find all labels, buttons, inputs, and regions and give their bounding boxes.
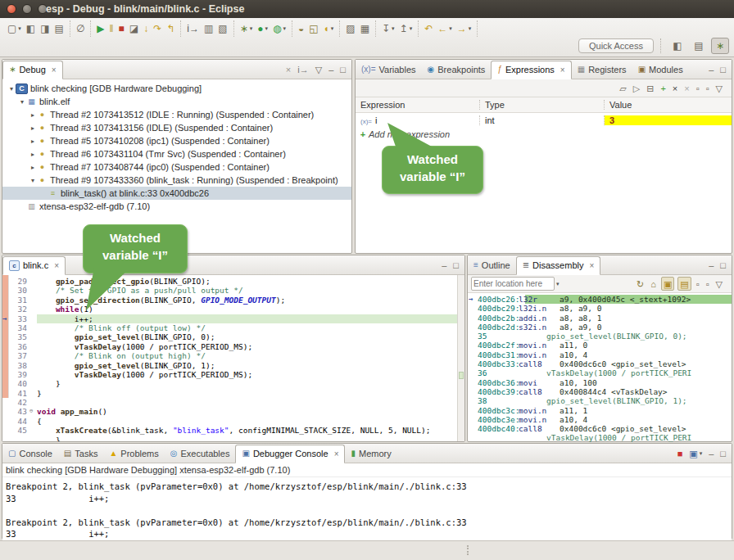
maximize-button[interactable]: □ bbox=[718, 62, 727, 76]
maximize-button[interactable]: □ bbox=[338, 62, 347, 76]
tab-executables[interactable]: ◎Executables bbox=[165, 445, 236, 463]
debug-tree-item[interactable]: ▸●Thread #6 1073431104 (Tmr Svc) (Suspen… bbox=[2, 147, 351, 160]
code-line[interactable]: 30 /* Set the GPIO as a push/pull output… bbox=[9, 286, 457, 295]
minimize-button[interactable]: – bbox=[707, 62, 715, 76]
skip-all-breakpoints-button[interactable]: ∅ bbox=[75, 21, 86, 36]
open-perspective-button[interactable]: ◧ bbox=[668, 38, 686, 54]
new-view-button[interactable]: ▫ bbox=[695, 81, 701, 95]
line-number[interactable]: 42 bbox=[9, 398, 29, 407]
show-debug-columns-button[interactable]: ▥ bbox=[202, 21, 215, 36]
debug-tree-item[interactable]: ▸●Thread #3 1073413156 (IDLE) (Suspended… bbox=[2, 121, 351, 134]
line-number[interactable]: 43 bbox=[9, 407, 29, 416]
sync-with-stack-button[interactable]: ▣ bbox=[661, 277, 674, 291]
disconnect-button[interactable]: ◪ bbox=[128, 21, 140, 36]
column-header-type[interactable]: Type bbox=[480, 100, 605, 110]
code-line[interactable]: } bbox=[9, 436, 457, 441]
new-view-button[interactable]: ▫ bbox=[695, 277, 701, 291]
cpp-perspective-button[interactable]: ▤ bbox=[690, 38, 708, 54]
view-menu-button[interactable]: ▽ bbox=[714, 81, 724, 95]
expand-twisty-icon[interactable]: ▸ bbox=[29, 151, 37, 158]
step-over-button[interactable]: ↷ bbox=[152, 21, 163, 36]
open-element-button[interactable]: ◱ bbox=[307, 21, 319, 36]
disassembly-line[interactable]: 36vTaskDelay(1000 / portTICK_PERI bbox=[468, 368, 732, 377]
code-line[interactable]: 44{ bbox=[9, 417, 457, 426]
tab-breakpoints[interactable]: ◉Breakpoints bbox=[422, 61, 492, 79]
last-edit-location-button[interactable]: ↶ bbox=[423, 21, 434, 36]
maximize-button[interactable]: □ bbox=[718, 258, 727, 272]
tab-variables[interactable]: (x)=Variables bbox=[356, 61, 422, 79]
line-number[interactable]: 34 bbox=[9, 323, 29, 332]
minimize-button[interactable]: – bbox=[327, 62, 335, 76]
tab-registers[interactable]: ▦Registers bbox=[572, 61, 632, 79]
tab-modules[interactable]: ▣Modules bbox=[632, 61, 689, 79]
step-into-button[interactable]: ↓ bbox=[142, 21, 150, 36]
collapse-twisty-icon[interactable]: ▾ bbox=[18, 98, 26, 106]
code-line[interactable]: 41} bbox=[9, 389, 457, 398]
disassembly-line[interactable]: 400dbc3c:movi.na11, 1 bbox=[468, 406, 732, 415]
line-number[interactable]: 36 bbox=[9, 342, 29, 351]
pin-editor-button[interactable]: ↧▾ bbox=[380, 21, 396, 36]
run-dropdown[interactable]: ▾ bbox=[265, 25, 268, 32]
code-line[interactable]: 45 xTaskCreate(&blink_task, "blink_task"… bbox=[9, 426, 457, 435]
add-expression-button[interactable]: + bbox=[659, 81, 667, 95]
line-number[interactable] bbox=[9, 436, 29, 441]
new-wizard-button[interactable]: ▢▾ bbox=[6, 21, 23, 36]
disassembly-line[interactable]: 400dbc2b:addi.na8, a8, 1 bbox=[468, 314, 732, 323]
disassembly-line[interactable]: →400dbc26:l32ra9, 0x400d045c <_stext+109… bbox=[468, 295, 732, 304]
debug-tree-item[interactable]: ▸●Thread #2 1073413512 (IDLE : Running) … bbox=[2, 108, 351, 121]
code-line[interactable]: 35 gpio_set_level(BLINK_GPIO, 0); bbox=[9, 332, 457, 341]
debug-tree-item[interactable]: ▸●Thread #5 1073410208 (ipc1) (Suspended… bbox=[2, 134, 351, 147]
remove-all-terminated-button[interactable]: × bbox=[284, 62, 292, 76]
tab-debug[interactable]: ∗Debug× bbox=[2, 61, 63, 79]
code-line[interactable]: 37 /* Blink on (output high) */ bbox=[9, 351, 457, 360]
forward-history-button[interactable]: →▾ bbox=[455, 21, 473, 36]
run-button[interactable]: ●▾ bbox=[256, 21, 270, 36]
tab-disassembly[interactable]: ≣Disassembly× bbox=[516, 256, 601, 275]
show-source-button[interactable]: ▤ bbox=[677, 277, 691, 291]
tab-console[interactable]: ▢Console bbox=[2, 445, 58, 463]
line-number[interactable]: 39 bbox=[9, 370, 29, 379]
trace-control-button[interactable]: ▧ bbox=[216, 21, 229, 36]
debug-tree-item[interactable]: ▾Cblink checking [GDB Hardware Debugging… bbox=[2, 82, 351, 95]
code-line[interactable]: 32 while(1) bbox=[9, 305, 457, 314]
disassembly-line[interactable]: 400dbc2f:movi.na11, 0 bbox=[468, 341, 732, 350]
column-header-value[interactable]: Value bbox=[605, 100, 732, 110]
quick-access-button[interactable]: Quick Access bbox=[578, 38, 654, 53]
remove-all-expressions-button[interactable]: × bbox=[682, 81, 691, 95]
line-number[interactable]: 45 bbox=[9, 426, 29, 435]
remove-expression-button[interactable]: × bbox=[671, 81, 679, 95]
debug-tree-item[interactable]: ≡blink_task() at blink.c:33 0x400dbc26 bbox=[2, 187, 351, 200]
code-line[interactable]: 39 vTaskDelay(1000 / portTICK_PERIOD_MS)… bbox=[9, 370, 457, 379]
tab-outline[interactable]: ≡Outline bbox=[468, 256, 516, 274]
suspend-button[interactable]: ‖ bbox=[108, 21, 116, 36]
disassembly-line[interactable]: vTaskDelay(1000 / portTICK_PERI bbox=[468, 433, 732, 442]
overview-ruler[interactable] bbox=[457, 275, 464, 441]
code-line[interactable]: →33 i++; bbox=[9, 314, 457, 323]
debug-tree-item[interactable]: ▥xtensa-esp32-elf-gdb (7.10) bbox=[2, 200, 351, 213]
line-number[interactable]: 31 bbox=[9, 296, 29, 305]
open-console-button[interactable]: ▦ bbox=[359, 21, 371, 36]
close-icon[interactable]: × bbox=[589, 261, 594, 270]
line-number[interactable]: 29 bbox=[9, 277, 29, 286]
pin-editor-dropdown[interactable]: ▾ bbox=[392, 25, 395, 32]
disassembly-line[interactable]: 400dbc39:call80x400844c4 <vTaskDelay> bbox=[468, 387, 732, 396]
code-line[interactable]: 29 gpio_pad_select_gpio(BLINK_GPIO); bbox=[9, 277, 457, 286]
instruction-stepping-button[interactable]: i→ bbox=[185, 21, 201, 36]
tab-blink-c[interactable]: cblink.c× bbox=[2, 256, 66, 275]
save-all-button[interactable]: ◨ bbox=[39, 21, 51, 36]
open-new-view-button[interactable]: ▫ bbox=[705, 81, 711, 95]
show-type-names-button[interactable]: ▱ bbox=[618, 81, 628, 95]
display-selected-console-dropdown[interactable]: ▾ bbox=[700, 450, 703, 457]
debug-perspective-button[interactable]: ∗ bbox=[711, 38, 729, 54]
expand-twisty-icon[interactable]: ▸ bbox=[29, 164, 37, 171]
disassembly-line[interactable]: 400dbc40:call80x400dc6c0 <gpio_set_level… bbox=[468, 424, 732, 433]
code-line[interactable]: 34 /* Blink off (output low) */ bbox=[9, 323, 457, 332]
step-return-button[interactable]: ↰ bbox=[165, 21, 176, 36]
minimize-button[interactable]: – bbox=[707, 258, 715, 272]
search-button[interactable]: ◖▾ bbox=[322, 21, 336, 36]
line-number[interactable]: 41 bbox=[9, 389, 29, 398]
disassembly-line[interactable]: 400dbc29:l32i.na8, a9, 0 bbox=[468, 304, 732, 313]
back-history-dropdown[interactable]: ▾ bbox=[449, 25, 452, 32]
code-line[interactable]: 36 vTaskDelay(1000 / portTICK_PERIOD_MS)… bbox=[9, 342, 457, 351]
code-line[interactable]: 40 } bbox=[9, 379, 457, 388]
